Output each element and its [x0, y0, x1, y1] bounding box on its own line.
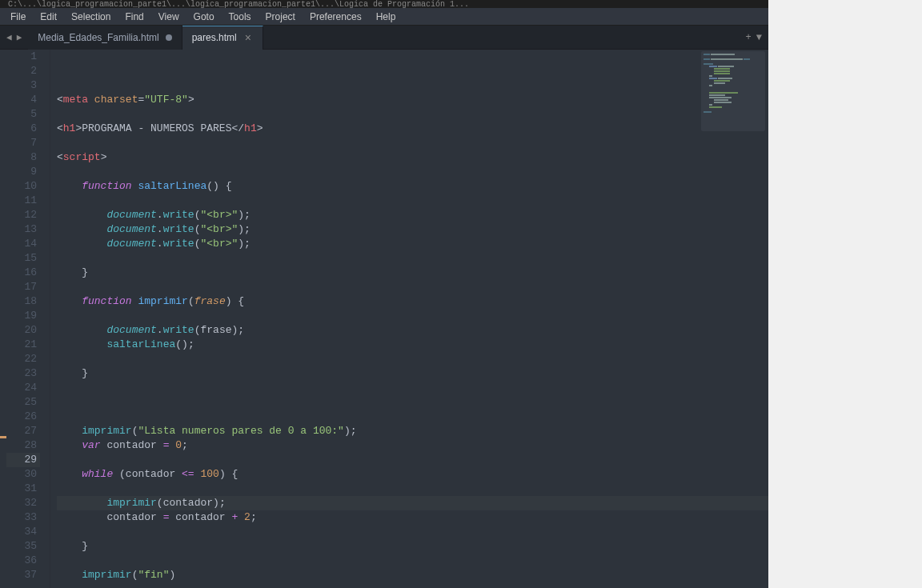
line-number[interactable]: 7: [6, 136, 40, 150]
line-number[interactable]: 10: [6, 179, 40, 194]
line-number[interactable]: 18: [6, 294, 40, 309]
code-line[interactable]: [57, 381, 768, 395]
line-number[interactable]: 19: [6, 309, 40, 323]
line-number[interactable]: 27: [6, 424, 40, 438]
code-line[interactable]: [57, 395, 768, 410]
editor-area: 1234567891011121314151617181920212223242…: [0, 50, 768, 588]
line-number[interactable]: 6: [6, 122, 40, 136]
code-line[interactable]: [57, 136, 768, 150]
menu-item-help[interactable]: Help: [369, 9, 403, 25]
code-line[interactable]: document.write("<br>");: [57, 222, 768, 237]
minimap[interactable]: [701, 51, 765, 131]
code-line[interactable]: [57, 165, 768, 179]
code-line[interactable]: imprimir(contador);: [57, 496, 768, 510]
line-number[interactable]: 31: [6, 482, 40, 496]
code-line[interactable]: document.write("<br>");: [57, 237, 768, 251]
code-line[interactable]: [57, 280, 768, 294]
history-forward-icon[interactable]: ▶: [15, 30, 24, 44]
code-line[interactable]: [57, 309, 768, 323]
code-line[interactable]: [57, 107, 768, 122]
menu-item-edit[interactable]: Edit: [33, 9, 64, 25]
line-number[interactable]: 24: [6, 381, 40, 395]
line-number[interactable]: 9: [6, 165, 40, 179]
line-number[interactable]: 23: [6, 366, 40, 381]
code-line[interactable]: saltarLinea();: [57, 338, 768, 352]
code-line[interactable]: [57, 453, 768, 467]
line-number[interactable]: 29: [6, 453, 40, 467]
line-number[interactable]: 32: [6, 496, 40, 510]
code-line[interactable]: function imprimir(frase) {: [57, 294, 768, 309]
title-text: C:\...\logica_programacion_parte1\...\lo…: [8, 0, 469, 8]
menu-item-tools[interactable]: Tools: [222, 9, 259, 25]
code-line[interactable]: while (contador <= 100) {: [57, 467, 768, 482]
code-line[interactable]: [57, 482, 768, 496]
tab-dropdown-icon[interactable]: ▼: [756, 32, 762, 43]
code-line[interactable]: function saltarLinea() {: [57, 179, 768, 194]
line-number[interactable]: 34: [6, 525, 40, 539]
line-number[interactable]: 37: [6, 568, 40, 582]
line-number[interactable]: 4: [6, 93, 40, 107]
code-line[interactable]: }: [57, 539, 768, 554]
line-number[interactable]: 28: [6, 438, 40, 453]
close-tab-icon[interactable]: ×: [243, 31, 253, 44]
line-number[interactable]: 25: [6, 395, 40, 410]
code-line[interactable]: contador = contador + 2;: [57, 510, 768, 525]
line-gutter[interactable]: 1234567891011121314151617181920212223242…: [6, 50, 50, 588]
code-line[interactable]: imprimir("fin"): [57, 568, 768, 582]
code-line[interactable]: [57, 582, 768, 588]
code-line[interactable]: [57, 194, 768, 208]
tab-media_edades_familia-html[interactable]: Media_Edades_Familia.html: [28, 26, 182, 50]
line-number[interactable]: 5: [6, 107, 40, 122]
menu-item-view[interactable]: View: [151, 9, 186, 25]
code-line[interactable]: [57, 410, 768, 424]
line-number[interactable]: 30: [6, 467, 40, 482]
code-line[interactable]: imprimir("Lista numeros pares de 0 a 100…: [57, 424, 768, 438]
code-line[interactable]: <script>: [57, 150, 768, 165]
line-number[interactable]: 1: [6, 50, 40, 64]
code-line[interactable]: [57, 352, 768, 366]
line-number[interactable]: 14: [6, 237, 40, 251]
line-number[interactable]: 35: [6, 539, 40, 554]
line-number[interactable]: 20: [6, 323, 40, 338]
code-line[interactable]: <meta charset="UTF-8">: [57, 93, 768, 107]
fold-markers: [0, 50, 6, 588]
menu-bar: FileEditSelectionFindViewGotoToolsProjec…: [0, 8, 768, 26]
code-line[interactable]: var contador = 0;: [57, 438, 768, 453]
menu-item-preferences[interactable]: Preferences: [303, 9, 369, 25]
line-number[interactable]: 15: [6, 251, 40, 266]
code-line[interactable]: document.write(frase);: [57, 323, 768, 338]
tab-nav: ◀ ▶: [0, 30, 28, 44]
line-number[interactable]: 22: [6, 352, 40, 366]
code-line[interactable]: <h1>PROGRAMA - NUMEROS PARES</h1>: [57, 122, 768, 136]
line-number[interactable]: 16: [6, 266, 40, 280]
line-number[interactable]: 26: [6, 410, 40, 424]
tabs-container: Media_Edades_Familia.htmlpares.html×: [28, 26, 263, 50]
line-number[interactable]: 8: [6, 150, 40, 165]
history-back-icon[interactable]: ◀: [5, 30, 14, 44]
line-number[interactable]: 11: [6, 194, 40, 208]
modified-indicator-icon: [166, 34, 172, 41]
code-line[interactable]: [57, 525, 768, 539]
line-number[interactable]: 33: [6, 510, 40, 525]
menu-item-goto[interactable]: Goto: [186, 9, 222, 25]
line-number[interactable]: 12: [6, 208, 40, 222]
code-line[interactable]: document.write("<br>");: [57, 208, 768, 222]
code-line[interactable]: }: [57, 366, 768, 381]
mark-indicator: [0, 436, 6, 438]
line-number[interactable]: 2: [6, 64, 40, 78]
code-line[interactable]: [57, 251, 768, 266]
line-number[interactable]: 21: [6, 338, 40, 352]
line-number[interactable]: 13: [6, 222, 40, 237]
code-content[interactable]: <meta charset="UTF-8"><h1>PROGRAMA - NUM…: [50, 50, 768, 588]
tab-pares-html[interactable]: pares.html×: [182, 26, 263, 50]
new-tab-icon[interactable]: +: [746, 32, 752, 43]
menu-item-project[interactable]: Project: [259, 9, 303, 25]
line-number[interactable]: 3: [6, 78, 40, 93]
code-line[interactable]: [57, 554, 768, 568]
menu-item-selection[interactable]: Selection: [64, 9, 118, 25]
line-number[interactable]: 36: [6, 554, 40, 568]
code-line[interactable]: }: [57, 266, 768, 280]
line-number[interactable]: 17: [6, 280, 40, 294]
menu-item-file[interactable]: File: [3, 9, 33, 25]
menu-item-find[interactable]: Find: [118, 9, 150, 25]
